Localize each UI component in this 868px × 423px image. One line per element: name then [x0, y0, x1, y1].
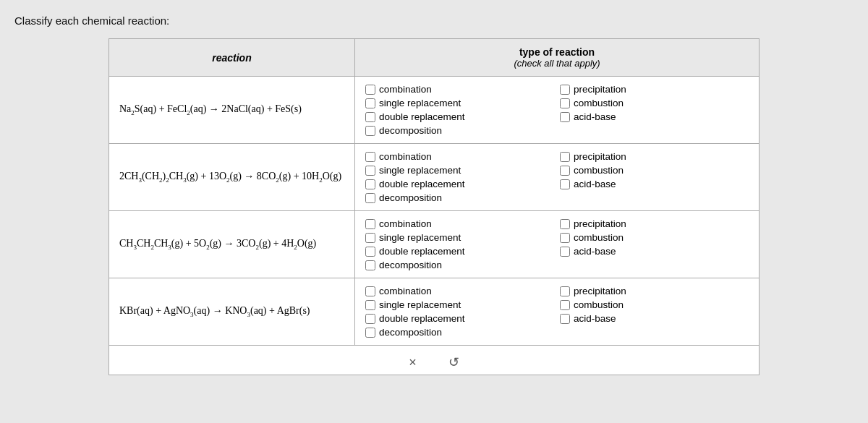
- close-button[interactable]: ×: [401, 354, 424, 372]
- cb-decomposition-3[interactable]: [365, 260, 375, 270]
- cb-precipitation-2[interactable]: [560, 152, 570, 162]
- checkbox-precipitation-4[interactable]: precipitation: [560, 286, 749, 296]
- type-cell-2: combination precipitation single replace…: [355, 144, 760, 211]
- table-row: CH3CH2CH3(g) + 5O2(g) → 3CO2(g) + 4H2O(g…: [109, 211, 760, 278]
- cb-combination-4[interactable]: [365, 286, 375, 296]
- cb-double-2[interactable]: [365, 179, 375, 189]
- cb-combustion-2[interactable]: [560, 166, 570, 176]
- cb-single-4[interactable]: [365, 300, 375, 310]
- table-row: Na2S(aq) + FeCl2(aq) → 2NaCl(aq) + FeS(s…: [109, 77, 760, 144]
- bottom-bar: × ↺: [109, 346, 760, 375]
- checkbox-single-1[interactable]: single replacement: [365, 98, 554, 108]
- cb-precipitation-4[interactable]: [560, 286, 570, 296]
- cb-decomposition-2[interactable]: [365, 193, 375, 203]
- checkbox-decomposition-1[interactable]: decomposition: [365, 125, 554, 136]
- checkbox-single-3[interactable]: single replacement: [365, 232, 554, 243]
- checkbox-double-4[interactable]: double replacement: [365, 313, 554, 324]
- checkbox-combination-4[interactable]: combination: [365, 286, 554, 296]
- checkbox-acidbase-1[interactable]: acid-base: [560, 111, 749, 122]
- checkbox-acidbase-3[interactable]: acid-base: [560, 246, 749, 257]
- checkbox-combustion-4[interactable]: combustion: [560, 299, 749, 310]
- reaction-1: Na2S(aq) + FeCl2(aq) → 2NaCl(aq) + FeS(s…: [109, 77, 355, 144]
- cb-combustion-4[interactable]: [560, 300, 570, 310]
- checkbox-combustion-2[interactable]: combustion: [560, 165, 749, 176]
- checkbox-acidbase-2[interactable]: acid-base: [560, 179, 749, 189]
- cb-decomposition-4[interactable]: [365, 328, 375, 338]
- cb-acidbase-2[interactable]: [560, 179, 570, 189]
- reaction-3: CH3CH2CH3(g) + 5O2(g) → 3CO2(g) + 4H2O(g…: [109, 211, 355, 278]
- checkbox-double-3[interactable]: double replacement: [365, 246, 554, 257]
- checkbox-single-4[interactable]: single replacement: [365, 299, 554, 310]
- cb-double-4[interactable]: [365, 314, 375, 324]
- checkboxes-grid-4: combination precipitation single replace…: [365, 286, 749, 338]
- checkbox-combustion-1[interactable]: combustion: [560, 98, 749, 108]
- checkbox-precipitation-1[interactable]: precipitation: [560, 84, 749, 95]
- checkbox-acidbase-4[interactable]: acid-base: [560, 313, 749, 324]
- reaction-2: 2CH3(CH2)2CH3(g) + 13O2(g) → 8CO2(g) + 1…: [109, 144, 355, 211]
- checkbox-decomposition-4[interactable]: decomposition: [365, 327, 554, 338]
- cb-precipitation-3[interactable]: [560, 219, 570, 229]
- checkbox-combustion-3[interactable]: combustion: [560, 232, 749, 243]
- reaction-4: KBr(aq) + AgNO3(aq) → KNO3(aq) + AgBr(s): [109, 278, 355, 346]
- table-header-row: reaction type of reaction (check all tha…: [109, 39, 760, 77]
- reaction-header-label: reaction: [212, 52, 251, 64]
- cb-combination-3[interactable]: [365, 219, 375, 229]
- table-row: KBr(aq) + AgNO3(aq) → KNO3(aq) + AgBr(s)…: [109, 278, 760, 346]
- checkboxes-grid-1: combination precipitation single replace…: [365, 84, 749, 136]
- cb-combustion-1[interactable]: [560, 98, 570, 108]
- cb-double-3[interactable]: [365, 247, 375, 257]
- table-row: 2CH3(CH2)2CH3(g) + 13O2(g) → 8CO2(g) + 1…: [109, 144, 760, 211]
- cb-acidbase-3[interactable]: [560, 247, 570, 257]
- cb-acidbase-4[interactable]: [560, 314, 570, 324]
- cb-precipitation-1[interactable]: [560, 85, 570, 95]
- checkbox-double-2[interactable]: double replacement: [365, 179, 554, 189]
- cb-double-1[interactable]: [365, 112, 375, 122]
- checkbox-double-1[interactable]: double replacement: [365, 111, 554, 122]
- checkbox-precipitation-2[interactable]: precipitation: [560, 151, 749, 162]
- checkbox-precipitation-3[interactable]: precipitation: [560, 218, 749, 229]
- cb-single-1[interactable]: [365, 98, 375, 108]
- type-cell-1: combination precipitation single replace…: [355, 77, 760, 144]
- type-header-title: type of reaction: [365, 46, 749, 58]
- checkboxes-grid-2: combination precipitation single replace…: [365, 151, 749, 203]
- cb-single-3[interactable]: [365, 233, 375, 243]
- undo-button[interactable]: ↺: [441, 353, 467, 372]
- cb-acidbase-1[interactable]: [560, 112, 570, 122]
- cb-combustion-3[interactable]: [560, 233, 570, 243]
- checkbox-combination-3[interactable]: combination: [365, 218, 554, 229]
- type-cell-4: combination precipitation single replace…: [355, 278, 760, 346]
- cb-combination-1[interactable]: [365, 85, 375, 95]
- checkbox-decomposition-2[interactable]: decomposition: [365, 192, 554, 203]
- page-title: Classify each chemical reaction:: [14, 14, 854, 27]
- checkbox-combination-1[interactable]: combination: [365, 84, 554, 95]
- checkbox-decomposition-3[interactable]: decomposition: [365, 260, 554, 270]
- type-column-header: type of reaction (check all that apply): [355, 39, 760, 77]
- reaction-column-header: reaction: [109, 39, 355, 77]
- checkbox-single-2[interactable]: single replacement: [365, 165, 554, 176]
- cb-decomposition-1[interactable]: [365, 126, 375, 136]
- cb-single-2[interactable]: [365, 166, 375, 176]
- cb-combination-2[interactable]: [365, 152, 375, 162]
- type-header-subtitle: (check all that apply): [365, 58, 749, 69]
- type-cell-3: combination precipitation single replace…: [355, 211, 760, 278]
- checkbox-combination-2[interactable]: combination: [365, 151, 554, 162]
- main-table: reaction type of reaction (check all tha…: [109, 38, 760, 346]
- checkboxes-grid-3: combination precipitation single replace…: [365, 218, 749, 270]
